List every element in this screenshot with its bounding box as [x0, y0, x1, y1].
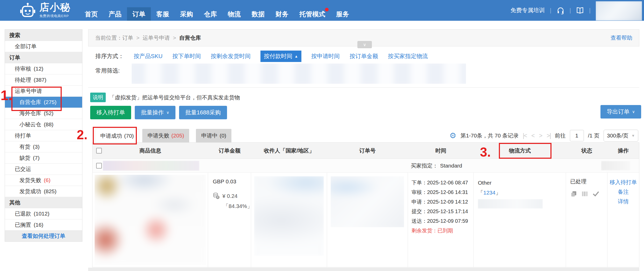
item-label: 已退款	[15, 210, 31, 217]
sort-by-order-amount[interactable]: 按订单金额	[350, 52, 378, 60]
batch-actions-button[interactable]: 批量操作 ∨	[135, 106, 175, 119]
nav-item-logistics[interactable]: 物流	[222, 7, 246, 21]
select-all-checkbox[interactable]	[96, 148, 102, 154]
sidebar-item-out-of-stock[interactable]: 缺货 (7)	[5, 152, 82, 163]
sort-by-payment-time-active[interactable]: 按付款时间 ▲	[260, 51, 301, 62]
sort-by-order-time[interactable]: 按下单时间	[172, 52, 201, 60]
time-label: 下单：	[412, 180, 427, 185]
logistics-code-link[interactable]: 1234	[483, 190, 496, 196]
nav-item-orders[interactable]: 订单	[127, 7, 151, 21]
gear-icon[interactable]: ⚙	[449, 132, 456, 140]
move-to-print-button[interactable]: 移入待打单	[90, 106, 131, 119]
nav-item-products[interactable]: 产品	[103, 7, 127, 21]
op-move-to-print-link[interactable]: 移入待打单	[607, 177, 639, 187]
export-orders-button[interactable]: 导出订单 ∨	[600, 105, 641, 119]
nav-item-data[interactable]: 数据	[246, 7, 270, 21]
sort-by-request-time[interactable]: 按申请时间	[311, 52, 340, 60]
tab-requesting[interactable]: 申请中 (0)	[196, 129, 231, 142]
sidebar-item-all-orders[interactable]: 全部订单	[5, 41, 82, 52]
sidebar-item-in-stock[interactable]: 有货 (3)	[5, 141, 82, 152]
cell-recipient	[251, 173, 327, 267]
app-logo[interactable]: 店小秘 免费跨境电商ERP	[20, 0, 70, 21]
order-sidebar: 搜索 全部订单 订单 待审核 (12) 待处理 (387) 运单号申请 自营仓库…	[5, 29, 82, 242]
page-size-select[interactable]: 300条/页 ▼	[604, 130, 638, 142]
nav-item-finance[interactable]: 财务	[270, 7, 294, 21]
nav-item-services[interactable]: 服务	[331, 7, 355, 21]
page-number-input[interactable]	[570, 130, 584, 141]
sidebar-item-to-print[interactable]: 待打单	[5, 130, 82, 141]
item-count: (3)	[33, 144, 40, 150]
view-help-link[interactable]: 查看帮助	[611, 34, 632, 41]
nav-item-home[interactable]: 首页	[79, 7, 103, 21]
breadcrumb-waybill-request[interactable]: 运单号申请	[143, 34, 170, 41]
sidebar-item-ship-failed[interactable]: 发货失败 (6)	[5, 175, 82, 186]
sidebar-item-own-warehouse-selected[interactable]: 自营仓库 (275)	[5, 96, 82, 108]
sidebar-item-overseas-warehouse[interactable]: 海外仓库 (52)	[5, 108, 82, 119]
time-value: 2025-12-06 14:31	[427, 189, 468, 195]
nav-item-warehouse[interactable]: 仓库	[199, 7, 222, 21]
nav-item-hosting-mode[interactable]: 托管模式	[294, 7, 331, 21]
sort-by-remaining-ship-time[interactable]: 按剩余发货时间	[211, 52, 251, 60]
last-page-icon[interactable]: >|	[547, 132, 550, 139]
item-label: 发货失败	[19, 177, 41, 184]
barcode-icon[interactable]	[581, 190, 588, 197]
breadcrumb-orders[interactable]: 订单	[122, 34, 133, 41]
collapse-panel-handle[interactable]: ∨	[357, 41, 372, 48]
check-icon[interactable]	[592, 190, 599, 197]
free-training-link[interactable]: 免费专属培训	[511, 6, 545, 14]
breadcrumb-label: 当前位置：	[95, 34, 122, 41]
breadcrumb-separator: >	[136, 35, 139, 41]
sidebar-item-shipped[interactable]: 已交运	[5, 163, 82, 175]
tab-label: 申请中	[201, 132, 217, 139]
time-label: 审核：	[412, 189, 427, 195]
sidebar-item-on-hold[interactable]: 已搁置 (16)	[5, 219, 82, 230]
status-icons	[570, 190, 607, 197]
bottom-strip	[88, 268, 639, 271]
product-images-blurred[interactable]	[95, 175, 206, 265]
saved-filter-chips-blurred[interactable]	[132, 64, 466, 84]
item-label: 待审核	[15, 65, 31, 72]
tab-count: (70)	[124, 133, 134, 139]
pagination-bar: ⚙ 第1-70条，共 70 条记录 |< < > >| 前往 /1 页 300条…	[449, 130, 638, 142]
sidebar-item-xiaomi-cloud-warehouse[interactable]: 小秘云仓 (88)	[5, 119, 82, 130]
prev-page-icon[interactable]: <	[531, 132, 534, 139]
tab-request-failed[interactable]: 申请失败 (205)	[142, 129, 189, 142]
item-label: 有货	[19, 143, 30, 150]
main-nav-menu: 首页 产品 订单 客服 采购 仓库 物流 数据 财务 托管模式 服务	[79, 0, 355, 21]
breadcrumb-current: 自营仓库	[179, 34, 201, 41]
tab-request-success[interactable]: 申请成功 (70)	[95, 129, 139, 142]
nav-item-service[interactable]: 客服	[151, 7, 175, 21]
sidebar-help-link[interactable]: 查看如何处理订单	[5, 230, 82, 241]
nav-item-purchase[interactable]: 采购	[175, 7, 199, 21]
copy-icon[interactable]	[570, 190, 577, 197]
sidebar-item-ship-success[interactable]: 发货成功 (825)	[5, 186, 82, 197]
item-count-red: (6)	[44, 177, 51, 183]
cost-coins-icon: ¥	[213, 192, 220, 199]
col-product-info: 商品信息	[93, 147, 208, 154]
cell-product-info	[93, 173, 208, 267]
row-checkbox[interactable]	[96, 163, 102, 169]
sidebar-item-refunded[interactable]: 已退款 (1012)	[5, 208, 82, 219]
sort-by-sku[interactable]: 按产品SKU	[134, 52, 162, 60]
next-page-icon[interactable]: >	[539, 132, 542, 139]
op-remark-link[interactable]: 备注	[607, 187, 639, 197]
item-label: 缺货	[19, 154, 30, 162]
sidebar-item-pending-process[interactable]: 待处理 (387)	[5, 74, 82, 85]
item-label: 已交运	[15, 165, 31, 173]
item-count: (7)	[33, 155, 40, 161]
batch-1688-purchase-button[interactable]: 批量1688采购	[179, 106, 227, 119]
user-account-blurred[interactable]	[596, 1, 642, 20]
op-details-link[interactable]: 详情	[607, 197, 639, 206]
logistics-code-line: 「1234」	[478, 188, 566, 198]
headset-icon[interactable]	[557, 6, 564, 14]
sidebar-item-waybill-request[interactable]: 运单号申请	[5, 85, 82, 96]
sort-by-buyer-logistics[interactable]: 按买家指定物流	[388, 52, 428, 60]
sidebar-item-pending-review[interactable]: 待审核 (12)	[5, 63, 82, 74]
col-order-number: 订单号	[327, 147, 408, 154]
request-status-tabs: 申请成功 (70) 申请失败 (205) 申请中 (0)	[95, 129, 231, 142]
first-page-icon[interactable]: |<	[523, 132, 527, 139]
notification-dot	[325, 8, 329, 11]
group-right-blurred	[601, 161, 630, 170]
recipient-blurred	[254, 176, 324, 256]
handbook-icon[interactable]	[576, 6, 584, 14]
